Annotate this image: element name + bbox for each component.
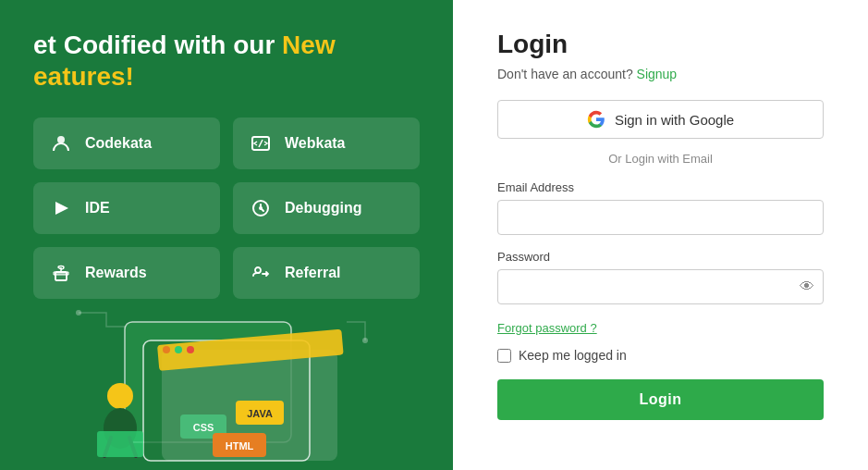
email-label: Email Address xyxy=(497,180,824,194)
svg-point-6 xyxy=(255,267,261,273)
svg-point-0 xyxy=(57,136,65,143)
rewards-icon xyxy=(48,260,74,286)
debugging-icon xyxy=(248,195,274,221)
right-panel: Login Don't have an account? Signup Sign… xyxy=(453,0,868,470)
svg-point-25 xyxy=(76,310,81,315)
svg-text:CSS: CSS xyxy=(193,422,214,433)
feature-debugging: Debugging xyxy=(233,182,420,234)
rewards-label: Rewards xyxy=(85,265,147,281)
svg-marker-2 xyxy=(55,202,68,215)
password-input[interactable] xyxy=(497,269,824,304)
google-btn-label: Sign in with Google xyxy=(615,112,734,128)
login-button[interactable]: Login xyxy=(497,379,824,420)
left-panel: et Codified with our New eatures! Codeka… xyxy=(0,0,453,470)
referral-icon xyxy=(248,260,274,286)
headline: et Codified with our New eatures! xyxy=(33,30,420,92)
login-title: Login xyxy=(497,30,824,59)
forgot-password-link[interactable]: Forgot password ? xyxy=(497,321,824,335)
svg-rect-24 xyxy=(97,431,143,457)
headline-subline: eatures! xyxy=(33,62,134,91)
feature-codekata: Codekata xyxy=(33,118,220,169)
webkata-label: Webkata xyxy=(285,135,346,152)
signup-prompt: Don't have an account? Signup xyxy=(497,67,824,81)
remember-label: Keep me logged in xyxy=(519,348,627,363)
ide-icon xyxy=(48,195,74,221)
show-password-icon[interactable]: 👁 xyxy=(800,278,814,295)
svg-point-17 xyxy=(163,346,170,353)
features-grid: Codekata Webkata IDE xyxy=(33,118,420,299)
password-label: Password xyxy=(497,250,824,264)
ide-label: IDE xyxy=(85,200,110,216)
svg-point-26 xyxy=(362,338,368,343)
illustration: CSS JAVA HTML xyxy=(0,285,453,470)
referral-label: Referral xyxy=(285,265,340,281)
password-wrapper: 👁 xyxy=(497,269,824,304)
email-input[interactable] xyxy=(497,200,824,235)
codekata-label: Codekata xyxy=(85,135,152,152)
codekata-icon xyxy=(48,130,74,156)
signup-link[interactable]: Signup xyxy=(637,67,678,81)
google-signin-button[interactable]: Sign in with Google xyxy=(497,100,824,139)
headline-highlight: New xyxy=(282,31,336,59)
remember-checkbox[interactable] xyxy=(497,349,511,363)
svg-point-18 xyxy=(175,346,182,353)
svg-point-20 xyxy=(107,383,133,409)
svg-point-4 xyxy=(259,206,263,210)
google-logo-icon xyxy=(587,110,605,129)
svg-point-19 xyxy=(187,346,194,353)
feature-ide: IDE xyxy=(33,182,220,234)
debugging-label: Debugging xyxy=(285,200,362,216)
or-divider: Or Login with Email xyxy=(497,152,824,166)
remember-row: Keep me logged in xyxy=(497,348,824,363)
svg-text:JAVA: JAVA xyxy=(247,408,273,419)
headline-text1: et Codified with our xyxy=(33,31,282,59)
feature-webkata: Webkata xyxy=(233,118,420,169)
webkata-icon xyxy=(248,130,274,156)
svg-text:HTML: HTML xyxy=(226,440,254,451)
